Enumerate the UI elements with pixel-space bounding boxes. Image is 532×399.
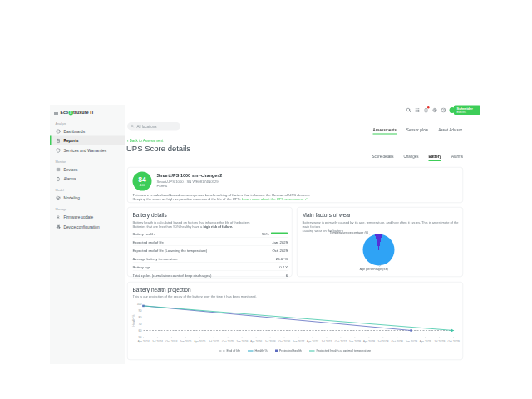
tab-sensor-plots[interactable]: Sensor plots	[406, 127, 428, 135]
battery-details-title: Battery details	[133, 212, 167, 219]
sidebar-item-label: Firmware update	[64, 215, 94, 220]
svg-text:Jul 2026: Jul 2026	[264, 340, 275, 343]
svg-text:Jul 2028: Jul 2028	[377, 340, 388, 343]
help-icon[interactable]: ?	[441, 107, 446, 113]
legend-item[interactable]: End of life	[219, 349, 240, 353]
sidebar-section-model: Model	[56, 189, 126, 193]
settings-gear-icon[interactable]	[432, 107, 438, 113]
score-badge: 84 /100	[133, 172, 152, 191]
location-filter[interactable]: All locations	[127, 122, 180, 131]
sidebar-section-analyze: Analyze	[56, 121, 126, 126]
dashboard-icon	[56, 129, 61, 134]
svg-text:Apr 2025: Apr 2025	[194, 340, 205, 343]
sidebar: EcoStruxure IT Analyze Dashboards Report…	[50, 105, 125, 364]
row-label: Battery health	[133, 231, 155, 235]
svg-text:Jul 2024: Jul 2024	[152, 340, 163, 343]
svg-text:70: 70	[139, 323, 142, 326]
legend-swatch	[275, 349, 278, 352]
sidebar-item-label: Services and Warranties	[64, 148, 107, 153]
svg-text:Oct 2027: Oct 2027	[335, 340, 347, 343]
sidebar-item-label: Modeling	[64, 196, 80, 201]
row-label: Expected end of life	[133, 239, 164, 244]
svg-text:Oct 2028: Oct 2028	[392, 340, 403, 343]
projection-title: Battery health projection	[133, 287, 191, 293]
tab-changes[interactable]: Changes	[403, 155, 418, 161]
sidebar-item-devices[interactable]: Devices	[50, 165, 125, 175]
projection-description: This is our projection of the decay of t…	[133, 295, 257, 299]
svg-text:Health %: Health %	[132, 314, 135, 326]
detail-tabs: Score details Changes Battery Alarms	[332, 155, 463, 161]
legend-item[interactable]: Health %	[248, 349, 268, 353]
row-value: 0.2 Y	[279, 264, 288, 268]
learn-more-link[interactable]: Learn more about the UPS assessment ↗	[242, 197, 308, 201]
svg-text:Jan 2028: Jan 2028	[349, 340, 361, 343]
app-window: EcoStruxure IT Analyze Dashboards Report…	[0, 0, 532, 399]
page-title: UPS Score details	[126, 144, 190, 153]
legend-swatch	[248, 350, 254, 351]
sidebar-item-device-configuration[interactable]: Device configuration	[50, 222, 125, 232]
row-value: 26.6 °C	[276, 256, 288, 260]
battery-health-projection-card: Battery health projection This is our pr…	[127, 282, 463, 360]
device-name: SmartUPS 1000 sim-changes2	[157, 173, 223, 178]
svg-text:Oct 2025: Oct 2025	[222, 340, 234, 343]
sidebar-item-label: Alarms	[64, 177, 76, 182]
sidebar-item-label: Device configuration	[64, 224, 100, 229]
tab-score-details[interactable]: Score details	[372, 155, 393, 161]
ups-score-card: 84 /100 SmartUPS 1000 sim-changes2 Smart…	[127, 167, 463, 203]
svg-text:90: 90	[139, 309, 142, 313]
table-row: Total cycles (cumulative count of deep d…	[133, 271, 288, 279]
table-row: Expected end of life (Lowering the tempe…	[133, 246, 288, 254]
hamburger-menu-icon[interactable]	[54, 111, 58, 114]
location-filter-label: All locations	[137, 124, 157, 128]
pie-label-age: Age percentage (93)	[360, 267, 388, 271]
firmware-icon	[56, 214, 61, 219]
modeling-icon	[56, 195, 61, 200]
svg-text:Oct 2026: Oct 2026	[278, 340, 290, 343]
pie-label-temperature: Temperature percentage (7)	[330, 231, 368, 235]
legend-item[interactable]: Projected health	[275, 349, 302, 353]
sidebar-item-alarms[interactable]: Alarms	[50, 175, 125, 185]
sidebar-item-services-warranties[interactable]: Services and Warranties	[50, 145, 125, 155]
tab-asset-advisor[interactable]: Asset Advisor	[438, 127, 462, 135]
tab-battery[interactable]: Battery	[428, 155, 441, 161]
svg-text:Jan 2029: Jan 2029	[405, 340, 416, 343]
ecostruxure-logo: EcoStruxure IT	[61, 110, 95, 116]
schneider-logo-line2: Electric	[457, 111, 481, 114]
legend-item[interactable]: Projected health at optimal temperature	[309, 349, 371, 353]
row-label: Expected end of life (Lowering the tempe…	[133, 248, 208, 252]
sidebar-item-reports[interactable]: Reports	[50, 136, 125, 146]
table-row: Battery age 0.2 Y	[133, 263, 288, 271]
row-value: 6	[286, 273, 288, 277]
schneider-electric-logo: Schneider Electric	[454, 106, 480, 116]
main-factors-of-wear-card: Main factors of wear Battery wear is pri…	[297, 207, 463, 277]
notifications-bell-icon[interactable]	[423, 107, 429, 113]
svg-text:Oct 2029: Oct 2029	[447, 340, 459, 343]
tab-assessments[interactable]: Assessments	[373, 127, 397, 135]
table-row: Expected end of life Jan, 2029	[133, 238, 288, 246]
svg-text:Apr 2027: Apr 2027	[307, 340, 318, 343]
back-to-assessment-link[interactable]: ‹ Back to Assessment	[127, 139, 163, 143]
sidebar-item-dashboards[interactable]: Dashboards	[50, 126, 125, 136]
wear-card-title: Main factors of wear	[303, 212, 352, 219]
svg-text:?: ?	[442, 109, 444, 112]
services-icon	[56, 148, 61, 153]
apps-grid-icon[interactable]	[415, 107, 421, 113]
svg-text:Apr 2024: Apr 2024	[137, 340, 149, 343]
battery-details-card: Battery details Battery health is calcul…	[127, 207, 293, 277]
device-meta: Smart-UPS 1000 - SN WE08174N0529	[157, 180, 219, 184]
sidebar-item-label: Dashboards	[64, 129, 86, 134]
sidebar-item-firmware-update[interactable]: Firmware update	[50, 213, 125, 223]
svg-text:100: 100	[137, 303, 142, 306]
table-row: Battery health 95%	[133, 229, 288, 238]
svg-text:Apr 2028: Apr 2028	[363, 340, 375, 343]
score-description-line2: Keeping the score as high as possible ca…	[133, 197, 308, 201]
battery-details-table: Battery health 95% Expected end of life …	[133, 229, 288, 279]
search-icon[interactable]	[406, 107, 411, 113]
legend-swatch	[219, 350, 225, 351]
sidebar-item-modeling[interactable]: Modeling	[50, 194, 125, 204]
primary-tabs: Assessments Sensor plots Asset Advisor	[332, 127, 462, 135]
score-description-line1: This score is calculated based on anonym…	[133, 193, 310, 197]
tab-alarms[interactable]: Alarms	[451, 155, 463, 161]
score-max: /100	[140, 183, 145, 186]
svg-text:60: 60	[139, 329, 142, 332]
